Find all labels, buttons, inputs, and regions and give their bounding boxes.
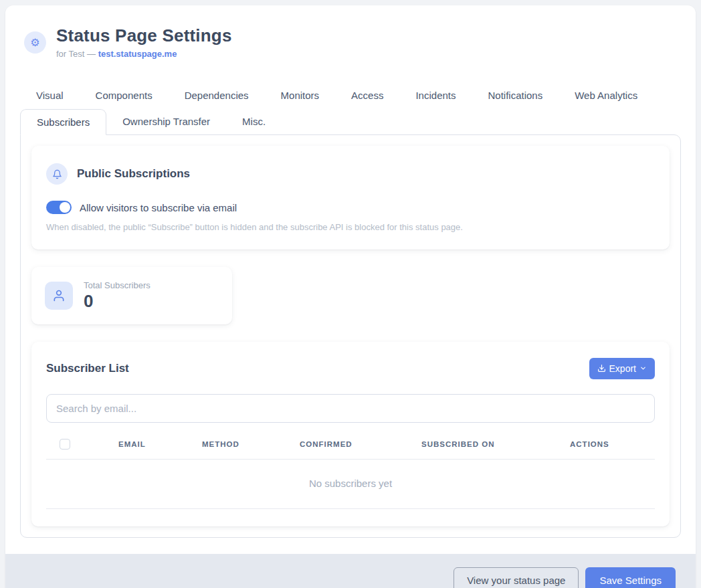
column-header-subscribed-on: Subscribed On (421, 440, 570, 448)
public-subscriptions-title: Public Subscriptions (77, 167, 190, 181)
bell-icon (46, 163, 68, 185)
subscribe-toggle-label: Allow visitors to subscribe via email (80, 202, 237, 213)
subscribe-helper-text: When disabled, the public “Subscribe” bu… (46, 221, 655, 233)
save-settings-button[interactable]: Save Settings (585, 567, 676, 588)
tab-monitors[interactable]: Monitors (265, 83, 336, 108)
tab-dependencies[interactable]: Dependencies (169, 83, 265, 108)
list-bottom-padding (46, 509, 655, 526)
card-body: ⚙ Status Page Settings for Test — test.s… (5, 5, 696, 554)
page-header: ⚙ Status Page Settings for Test — test.s… (20, 25, 681, 59)
total-subscribers-card: Total Subscribers 0 (31, 267, 232, 324)
subscribe-toggle[interactable] (46, 201, 72, 214)
subscriber-list-title: Subscriber List (46, 362, 129, 375)
tab-notifications[interactable]: Notifications (472, 83, 559, 108)
empty-state-message: No subscribers yet (46, 460, 655, 509)
column-header-email: Email (118, 440, 202, 448)
search-input[interactable] (46, 394, 655, 423)
gear-icon: ⚙ (24, 31, 46, 54)
tab-components[interactable]: Components (80, 83, 169, 108)
subscribe-toggle-row: Allow visitors to subscribe via email (46, 201, 655, 214)
total-subscribers-value: 0 (84, 292, 151, 311)
tab-subscribers[interactable]: Subscribers (20, 109, 106, 135)
tab-web-analytics[interactable]: Web Analytics (559, 83, 654, 108)
status-page-link[interactable]: test.statuspage.me (98, 49, 177, 59)
subscribers-tab-panel: Public Subscriptions Allow visitors to s… (20, 134, 681, 538)
public-subscriptions-header: Public Subscriptions (46, 163, 655, 185)
column-header-method: Method (202, 440, 300, 448)
tab-visual[interactable]: Visual (20, 83, 80, 108)
select-all-cell (46, 439, 118, 450)
tab-incidents[interactable]: Incidents (399, 83, 472, 108)
subscriber-list-header: Subscriber List Export (46, 358, 655, 379)
page-title: Status Page Settings (56, 25, 232, 46)
page-header-text: Status Page Settings for Test — test.sta… (56, 25, 232, 59)
download-icon (597, 364, 606, 373)
subtitle-prefix: for Test — (56, 49, 98, 59)
subscriber-list-card: Subscriber List Export (31, 342, 670, 526)
chevron-down-icon (639, 365, 647, 372)
column-header-actions: Actions (570, 440, 655, 448)
status-page-settings-card: ⚙ Status Page Settings for Test — test.s… (5, 5, 696, 588)
tabs-row-1: Visual Components Dependencies Monitors … (20, 83, 681, 108)
settings-footer: View your status page Save Settings (5, 554, 696, 588)
column-header-confirmed: Confirmed (300, 440, 421, 448)
export-button-label: Export (609, 363, 636, 374)
view-status-page-button[interactable]: View your status page (454, 567, 579, 588)
tabs-row-2: Subscribers Ownership Transfer Misc. (20, 109, 681, 135)
total-subscribers-text: Total Subscribers 0 (84, 280, 151, 311)
subscriber-table-header: Email Method Confirmed Subscribed On Act… (46, 433, 655, 460)
tab-access[interactable]: Access (335, 83, 399, 108)
total-subscribers-label: Total Subscribers (84, 280, 151, 290)
select-all-checkbox[interactable] (60, 439, 70, 450)
tab-ownership-transfer[interactable]: Ownership Transfer (106, 109, 226, 135)
page-subtitle: for Test — test.statuspage.me (56, 49, 232, 59)
tab-misc[interactable]: Misc. (226, 109, 282, 135)
public-subscriptions-card: Public Subscriptions Allow visitors to s… (31, 146, 670, 250)
user-icon (45, 282, 73, 310)
export-button[interactable]: Export (589, 358, 655, 379)
subscribe-toggle-knob (60, 202, 70, 213)
